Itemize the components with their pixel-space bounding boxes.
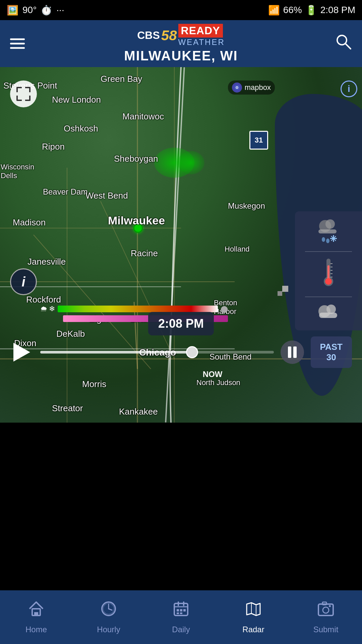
city-label-manitowoc: Manitowoc: [122, 111, 164, 122]
hourly-icon: [100, 600, 117, 622]
mapbox-text: mapbox: [245, 83, 271, 92]
svg-rect-50: [183, 609, 186, 611]
svg-point-16: [236, 87, 237, 88]
city-label-milwaukee: Milwaukee: [108, 214, 165, 227]
svg-rect-37: [319, 313, 337, 318]
nav-item-home[interactable]: Home: [0, 590, 72, 644]
time-display: 2:08 PM: [320, 5, 355, 15]
logo-58: 58: [161, 28, 177, 44]
photo-icon: 🖼️: [7, 5, 18, 16]
temp-display: 90°: [22, 5, 37, 15]
expand-map-button[interactable]: [10, 80, 37, 107]
status-left: 🖼️ 90° ⏱️ ···: [7, 5, 64, 16]
wifi-icon: 📶: [268, 5, 280, 16]
city-label-new-london: New London: [52, 95, 101, 105]
submit-icon: [317, 600, 335, 622]
home-label: Home: [25, 625, 47, 634]
hamburger-line-3: [10, 47, 25, 49]
wx-icon-rain-snow: [315, 217, 342, 248]
svg-rect-19: [318, 229, 337, 233]
svg-point-25: [326, 238, 329, 243]
nav-item-submit[interactable]: Submit: [290, 590, 362, 644]
svg-point-58: [329, 605, 331, 607]
svg-rect-52: [180, 612, 182, 614]
route-31-sign: 31: [249, 131, 268, 150]
hourly-label: Hourly: [97, 625, 120, 634]
bottom-navigation: Home Hourly D: [0, 590, 362, 644]
past-button[interactable]: PAST 30: [311, 336, 352, 368]
city-label-north-judson: North Judson: [196, 378, 240, 387]
map-info-button[interactable]: i: [341, 80, 357, 97]
svg-line-43: [109, 609, 112, 610]
svg-point-18: [325, 219, 335, 229]
rain-icon: 🌧: [40, 305, 48, 313]
wx-separator-2: [305, 297, 352, 297]
timeline-thumb[interactable]: [186, 346, 198, 358]
city-label-holland: Holland: [225, 245, 250, 254]
svg-rect-51: [177, 612, 179, 614]
rain-snow-icons: 🌧 ❄: [40, 305, 55, 313]
menu-button[interactable]: [10, 39, 25, 49]
search-button[interactable]: [335, 34, 352, 54]
snowflake-icon: ❄: [49, 305, 55, 313]
map-container[interactable]: Stevens Point New London Green Bay Oshko…: [0, 67, 362, 423]
hamburger-line-2: [10, 43, 25, 45]
timeline-scrubber[interactable]: [40, 351, 274, 354]
logo-ready: READY: [178, 24, 223, 38]
pause-bar-2: [293, 346, 297, 358]
battery-label: 66%: [283, 5, 302, 15]
city-label-sheboygan: Sheboygan: [114, 154, 158, 164]
submit-label: Submit: [313, 625, 339, 634]
rain-gradient: [58, 306, 218, 312]
rain-patch-2: [178, 151, 204, 174]
city-label-streator: Streator: [52, 403, 83, 414]
svg-rect-55: [318, 604, 333, 615]
nav-item-hourly[interactable]: Hourly: [72, 590, 145, 644]
daily-icon: [172, 600, 190, 622]
scatter-dot-2: [278, 291, 282, 296]
rain-dot-icon: ⬤: [221, 305, 228, 313]
svg-point-29: [325, 278, 332, 285]
playback-controls[interactable]: PAST 30: [0, 335, 362, 369]
city-label-racine: Racine: [131, 248, 158, 259]
pause-button[interactable]: [281, 340, 304, 364]
city-name: MILWAUKEE, WI: [124, 48, 238, 63]
status-right: 📶 66% 🔋 2:08 PM: [268, 5, 355, 16]
nav-item-daily[interactable]: Daily: [145, 590, 217, 644]
city-label-kankakee: Kankakee: [119, 407, 158, 417]
city-label-rockford: Rockford: [26, 294, 61, 305]
svg-point-24: [322, 237, 325, 242]
pause-bar-1: [288, 346, 291, 358]
app-header: CBS 58 READY WEATHER MILWAUKEE, WI: [0, 20, 362, 67]
city-label-muskegon: Muskegon: [228, 201, 265, 211]
hamburger-line-1: [10, 39, 25, 40]
scatter-dot-1: [282, 286, 288, 292]
city-label-janesville: Janesville: [27, 257, 66, 267]
svg-point-36: [326, 305, 336, 314]
city-label-morris: Morris: [82, 379, 106, 389]
play-triangle-icon: [13, 343, 30, 362]
city-label-oshkosh: Oshkosh: [64, 123, 98, 134]
info-button[interactable]: i: [10, 268, 37, 295]
past-label: PAST: [320, 342, 343, 352]
city-label-green-bay: Green Bay: [101, 74, 142, 84]
svg-line-1: [345, 44, 351, 49]
svg-point-56: [323, 607, 329, 613]
wx-separator-1: [305, 251, 352, 252]
logo-weather: WEATHER: [178, 38, 225, 47]
clock-icon: ⏱️: [41, 5, 52, 16]
city-label-madison: Madison: [13, 217, 46, 228]
svg-rect-48: [177, 609, 179, 611]
city-label-ripon: Ripon: [42, 142, 65, 152]
city-label-west-bend: West Bend: [85, 191, 128, 201]
radar-icon: [245, 600, 262, 622]
radar-label: Radar: [242, 625, 264, 634]
play-button[interactable]: [10, 340, 34, 364]
status-bar: 🖼️ 90° ⏱️ ··· 📶 66% 🔋 2:08 PM: [0, 0, 362, 20]
time-tooltip: 2:08 PM: [148, 312, 214, 335]
wx-icon-cloud: [315, 301, 342, 325]
home-icon: [27, 600, 45, 622]
timeline-fill: [40, 351, 192, 354]
nav-item-radar[interactable]: Radar: [217, 590, 290, 644]
app-logo: CBS 58 READY WEATHER: [137, 24, 225, 47]
